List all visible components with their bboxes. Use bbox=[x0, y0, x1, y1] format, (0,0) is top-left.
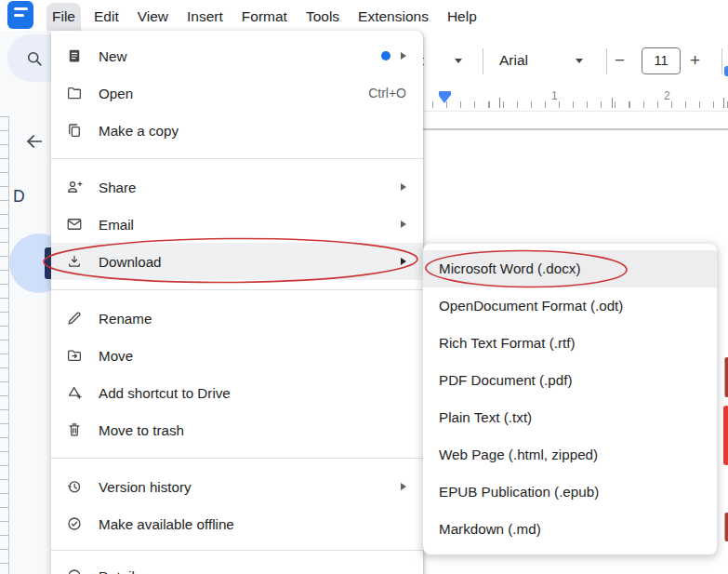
toolbar-divider bbox=[483, 48, 483, 74]
indent-marker[interactable] bbox=[439, 91, 451, 103]
menu-item-label: Rename bbox=[99, 311, 406, 327]
clock-history-icon bbox=[66, 478, 83, 495]
menu-separator bbox=[51, 289, 423, 290]
ruler-number-1: 1 bbox=[551, 89, 558, 102]
menubar-item-format[interactable]: Format bbox=[236, 3, 293, 31]
menu-item-details[interactable]: Details bbox=[51, 557, 423, 574]
menu-bar: FileEditViewInsertFormatToolsExtensionsH… bbox=[0, 0, 728, 31]
trash-icon bbox=[66, 421, 83, 438]
menu-item-email[interactable]: Email bbox=[51, 206, 423, 243]
menu-item-label: Make available offline bbox=[99, 516, 406, 532]
menubar-item-help[interactable]: Help bbox=[442, 3, 483, 31]
menu-separator bbox=[51, 550, 423, 551]
menu-item-label: Download bbox=[99, 254, 401, 270]
submenu-arrow-icon bbox=[401, 52, 406, 60]
ruler-ticks bbox=[409, 101, 728, 108]
menu-item-version-history[interactable]: Version history bbox=[51, 468, 423, 505]
submenu-item-plain-text-txt[interactable]: Plain Text (.txt) bbox=[423, 399, 717, 436]
menubar-item-extensions[interactable]: Extensions bbox=[352, 3, 434, 31]
menu-item-label: Version history bbox=[99, 479, 401, 495]
chevron-down-icon[interactable] bbox=[455, 59, 462, 63]
partial-document-text: D bbox=[13, 187, 25, 207]
menu-item-make-a-copy[interactable]: Make a copy bbox=[51, 112, 423, 149]
menu-bar-items: FileEditViewInsertFormatToolsExtensionsH… bbox=[46, 3, 483, 31]
folder-move-icon bbox=[66, 347, 83, 364]
submenu-item-opendocument-format-odt[interactable]: OpenDocument Format (.odt) bbox=[423, 287, 717, 325]
menu-item-move-to-trash[interactable]: Move to trash bbox=[51, 411, 423, 448]
copy-icon bbox=[66, 122, 83, 139]
submenu-item-epub-publication-epub[interactable]: EPUB Publication (.epub) bbox=[423, 474, 717, 511]
menu-item-label: Details bbox=[99, 568, 406, 574]
vertical-ruler bbox=[0, 116, 9, 574]
new-document-icon bbox=[66, 47, 83, 64]
increase-font-size-button[interactable]: + bbox=[690, 50, 700, 71]
person-add-icon bbox=[66, 179, 83, 195]
menu-item-label: Move bbox=[99, 348, 406, 364]
menu-separator bbox=[51, 158, 423, 159]
menu-item-download[interactable]: Download bbox=[51, 243, 423, 280]
menu-item-rename[interactable]: Rename bbox=[51, 300, 423, 337]
menubar-item-view[interactable]: View bbox=[132, 3, 174, 31]
font-family-dropdown[interactable]: Arial bbox=[499, 52, 528, 69]
submenu-item-microsoft-word-docx[interactable]: Microsoft Word (.docx) bbox=[423, 250, 717, 287]
menu-item-new[interactable]: New bbox=[51, 37, 423, 74]
submenu-arrow-icon bbox=[401, 258, 406, 265]
search-field[interactable] bbox=[7, 34, 51, 82]
menu-item-open[interactable]: OpenCtrl+O bbox=[51, 74, 423, 112]
chevron-down-icon[interactable] bbox=[576, 59, 583, 63]
menubar-item-tools[interactable]: Tools bbox=[300, 3, 345, 31]
left-panel: D bbox=[0, 31, 51, 574]
submenu-item-rich-text-format-rtf[interactable]: Rich Text Format (.rtf) bbox=[423, 325, 717, 362]
menu-item-label: Email bbox=[99, 217, 401, 233]
page-top-border bbox=[409, 128, 728, 130]
submenu-arrow-icon bbox=[401, 483, 406, 490]
submenu-item-markdown-md[interactable]: Markdown (.md) bbox=[423, 511, 717, 548]
menubar-item-file[interactable]: File bbox=[46, 3, 81, 31]
menu-item-share[interactable]: Share bbox=[51, 168, 423, 206]
back-arrow-icon[interactable] bbox=[24, 131, 45, 152]
menu-item-label: Open bbox=[99, 86, 368, 101]
ruler-major-tick bbox=[612, 98, 613, 108]
new-feature-dot-icon bbox=[381, 51, 390, 60]
menu-item-label: Move to trash bbox=[99, 422, 406, 438]
docs-logo-icon[interactable] bbox=[7, 1, 33, 29]
menu-item-label: Make a copy bbox=[99, 123, 406, 139]
pencil-icon bbox=[66, 310, 83, 327]
folder-open-icon bbox=[66, 85, 83, 101]
submenu-arrow-icon bbox=[401, 220, 406, 228]
download-icon bbox=[66, 253, 83, 270]
download-submenu: Microsoft Word (.docx)OpenDocument Forma… bbox=[423, 244, 717, 554]
menu-item-label: Share bbox=[99, 180, 401, 195]
submenu-arrow-icon bbox=[401, 183, 406, 191]
ruler-number-2: 2 bbox=[664, 89, 670, 102]
font-size-input[interactable]: 11 bbox=[642, 47, 681, 74]
toolbar-divider bbox=[606, 48, 607, 74]
menu-item-move[interactable]: Move bbox=[51, 337, 423, 374]
menubar-item-edit[interactable]: Edit bbox=[88, 3, 125, 31]
decrease-font-size-button[interactable]: − bbox=[615, 50, 625, 71]
ruler-major-tick bbox=[499, 98, 500, 108]
info-circle-icon bbox=[66, 567, 83, 574]
menu-item-label: New bbox=[99, 48, 381, 64]
submenu-item-pdf-document-pdf[interactable]: PDF Document (.pdf) bbox=[423, 362, 717, 399]
ruler-major-tick bbox=[723, 98, 724, 108]
toolbar-divider bbox=[721, 48, 722, 74]
menu-shortcut: Ctrl+O bbox=[368, 86, 406, 100]
toolbar-control-fragment bbox=[724, 66, 728, 76]
menu-item-label: Add shortcut to Drive bbox=[99, 385, 406, 401]
menu-separator bbox=[51, 458, 423, 459]
submenu-item-web-page-html-zipped[interactable]: Web Page (.html, zipped) bbox=[423, 436, 717, 474]
menubar-item-insert[interactable]: Insert bbox=[181, 3, 229, 31]
horizontal-ruler: 1 2 bbox=[409, 88, 728, 112]
envelope-icon bbox=[66, 216, 83, 233]
offline-check-icon bbox=[66, 515, 83, 532]
file-menu: NewOpenCtrl+OMake a copyShareEmailDownlo… bbox=[51, 31, 423, 574]
drive-shortcut-icon bbox=[66, 384, 83, 401]
menu-item-make-available-offline[interactable]: Make available offline bbox=[51, 505, 423, 542]
menu-item-add-shortcut-to-drive[interactable]: Add shortcut to Drive bbox=[51, 374, 423, 411]
magnifier-icon[interactable] bbox=[25, 49, 44, 68]
